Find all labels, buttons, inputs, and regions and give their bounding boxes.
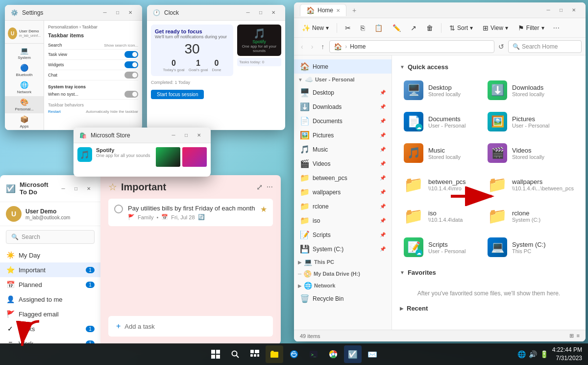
grid-item-systemc[interactable]: 💻 System (C:) This PC [484, 234, 578, 261]
clock-close[interactable]: ✕ [268, 7, 279, 19]
explorer-tab-home[interactable]: 🏠 Home ✕ [300, 4, 346, 16]
todo-nav-myday[interactable]: ☀️ My Day [0, 248, 100, 262]
sidebar-item-betweenpcs[interactable]: 📁 between_pcs 📌 [294, 171, 392, 185]
toolbar-new-btn[interactable]: ✨ New ▾ [298, 22, 333, 34]
sidebar-item-desktop[interactable]: 🖥️ Desktop 📌 [294, 85, 392, 100]
view-grid-icon[interactable]: ⊞ [569, 333, 574, 339]
grid-item-pictures[interactable]: 🖼️ Pictures User - Personal [484, 108, 578, 135]
taskbar-search-btn[interactable] [226, 345, 244, 363]
todo-maximize[interactable]: □ [70, 182, 82, 194]
store-minimize[interactable]: ─ [168, 130, 179, 141]
important-more-icon[interactable]: ··· [267, 182, 273, 192]
settings-nav-apps[interactable]: 📦Apps [5, 113, 44, 130]
toolbar-view-btn[interactable]: ⊞ View ▾ [479, 22, 512, 34]
settings-reset-link[interactable]: Restart [48, 109, 61, 114]
grid-item-music[interactable]: 🎵 Music Stored locally [400, 139, 480, 167]
clock-minimize[interactable]: ─ [242, 7, 254, 19]
settings-nav-personalization[interactable]: 🎨Personal... [5, 96, 44, 113]
explorer-maximize[interactable]: □ [555, 4, 567, 16]
sidebar-item-documents[interactable]: 📄 Documents 📌 [294, 114, 392, 128]
grid-item-downloads[interactable]: ⬇️ Downloads Stored locally [484, 77, 578, 104]
grid-item-betweenpcs[interactable]: 📁 between_pcs \\10.1.4.4\mro [400, 171, 480, 198]
settings-toggle-widgets[interactable] [124, 61, 138, 68]
sidebar-item-downloads[interactable]: ⬇️ Downloads 📌 [294, 100, 392, 114]
network-tray-icon[interactable]: 🌐 [517, 350, 526, 358]
taskbar-chrome-btn[interactable] [324, 345, 342, 363]
explorer-minimize[interactable]: ─ [542, 4, 554, 16]
sidebar-group-user[interactable]: ▼ ☁️ User - Personal [294, 74, 392, 85]
settings-nav-system[interactable]: 💻System [5, 45, 44, 62]
explorer-close[interactable]: ✕ [568, 4, 580, 16]
todo-nav-planned[interactable]: 📅 Planned 1 [0, 277, 100, 292]
address-bar[interactable]: 🏠 › Home [329, 40, 494, 53]
sidebar-item-videos[interactable]: 🎬 Videos 📌 [294, 156, 392, 171]
clock-start-btn[interactable]: Start focus session [151, 90, 204, 99]
important-expand-icon[interactable]: ⤢ [256, 182, 263, 192]
settings-maximize[interactable]: □ [112, 7, 123, 19]
todo-nav-assigned[interactable]: 👤 Assigned to me [0, 292, 100, 307]
toolbar-filter-btn[interactable]: ⚑ Filter ▾ [514, 22, 548, 34]
taskbar-taskview-btn[interactable] [246, 345, 264, 363]
taskbar-mail-btn[interactable]: ✉️ [364, 345, 381, 363]
todo-nav-important[interactable]: ⭐ Important 1 [0, 262, 100, 277]
explorer-tab-close[interactable]: ✕ [336, 8, 340, 13]
sidebar-item-home[interactable]: 🏠 Home [294, 59, 392, 74]
settings-nav-bluetooth[interactable]: 🔵Bluetooth [5, 62, 44, 79]
grid-item-iso[interactable]: 📁 iso \\10.1.4.4\data [400, 202, 480, 230]
settings-nav-network[interactable]: 🌐Network [5, 79, 44, 96]
toolbar-paste-btn[interactable]: 📋 [370, 22, 387, 34]
grid-item-rclone[interactable]: 📁 rclone System (C:) [484, 202, 578, 230]
toolbar-delete-btn[interactable]: 🗑 [422, 22, 437, 34]
battery-tray-icon[interactable]: 🔋 [540, 350, 548, 358]
settings-toggle-systray[interactable] [124, 91, 138, 98]
grid-item-documents[interactable]: 📄 ☁ Documents User - Personal [400, 108, 480, 135]
taskbar-terminal-btn[interactable]: >_ [305, 345, 322, 363]
explorer-new-tab-btn[interactable]: + [350, 6, 358, 14]
toolbar-more-btn[interactable]: ··· [550, 22, 563, 34]
task-star-icon[interactable]: ★ [260, 205, 267, 214]
sidebar-item-iso[interactable]: 📁 iso 📌 [294, 213, 392, 228]
volume-tray-icon[interactable]: 🔊 [529, 350, 537, 358]
toolbar-cut-btn[interactable]: ✂ [341, 22, 355, 34]
todo-nav-flagged[interactable]: 🚩 Flagged email [0, 307, 100, 321]
grid-item-scripts[interactable]: 📝 ☁ Scripts User - Personal [400, 234, 480, 261]
taskbar-start-btn[interactable] [207, 345, 224, 363]
todo-nav-tasks[interactable]: ✓ Tasks 1 [0, 321, 100, 336]
settings-toggle-taskview[interactable] [124, 51, 138, 58]
sidebar-item-recyclebin[interactable]: 🗑️ Recycle Bin [294, 291, 392, 306]
toolbar-copy-btn[interactable]: ⎘ [357, 22, 368, 34]
sidebar-item-systemc[interactable]: 💾 System (C:) 📌 [294, 242, 392, 256]
toolbar-rename-btn[interactable]: ✏️ [389, 22, 405, 34]
sidebar-group-network[interactable]: ▶ 🌐 Network [294, 280, 392, 291]
sidebar-item-rclone[interactable]: 📁 rclone 📌 [294, 199, 392, 213]
grid-item-desktop[interactable]: 🖥️ Desktop Stored locally [400, 77, 480, 104]
task-checkbox[interactable] [114, 205, 123, 213]
view-list-icon[interactable]: ≡ [577, 333, 580, 339]
toolbar-share-btn[interactable]: ↗ [407, 22, 420, 34]
nav-up-btn[interactable]: ↑ [318, 41, 327, 52]
grid-item-videos[interactable]: 🎬 Videos Stored locally [484, 139, 578, 167]
sidebar-item-pictures[interactable]: 🖼️ Pictures 📌 [294, 128, 392, 142]
sidebar-item-scripts[interactable]: 📝 Scripts 📌 [294, 228, 392, 242]
favorites-header[interactable]: ▼ Favorites [400, 269, 578, 276]
taskbar-files-btn[interactable] [266, 345, 283, 363]
store-maximize[interactable]: □ [180, 130, 192, 141]
sidebar-item-music[interactable]: 🎵 Music 📌 [294, 142, 392, 156]
sidebar-group-datadrv[interactable]: ─ 📀 My Data Drive (H:) [294, 268, 392, 280]
nav-forward-btn[interactable]: › [308, 41, 317, 52]
quick-access-header[interactable]: ▼ Quick access [400, 63, 578, 71]
grid-item-wallpapers[interactable]: 📁 wallpapers \\10.1.4.4\...\between_pcs [484, 171, 578, 198]
sidebar-group-thispc[interactable]: ▶ 💻 This PC [294, 256, 392, 268]
store-close[interactable]: ✕ [193, 130, 205, 141]
settings-toggle-chat[interactable]: .settings-toggle.off::after{left:2px;} [124, 72, 138, 78]
settings-minimize[interactable]: ─ [99, 7, 111, 19]
settings-close[interactable]: ✕ [124, 7, 136, 19]
taskbar-todo-btn[interactable]: ☑️ [344, 345, 362, 363]
nav-back-btn[interactable]: ‹ [298, 41, 306, 52]
toolbar-sort-btn[interactable]: ⇅ Sort ▾ [445, 22, 477, 34]
todo-minimize[interactable]: ─ [57, 182, 69, 194]
clock-maximize[interactable]: □ [255, 7, 267, 19]
taskbar-edge-btn[interactable] [285, 345, 303, 363]
todo-search-box[interactable]: 🔍 Search [6, 230, 95, 244]
todo-close[interactable]: ✕ [83, 182, 95, 194]
